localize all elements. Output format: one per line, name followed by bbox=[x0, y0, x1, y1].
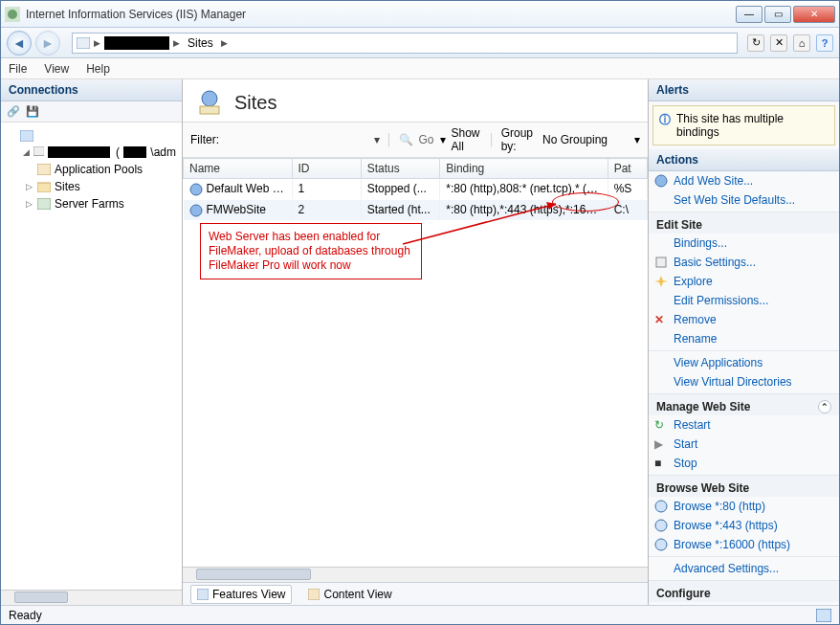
action-stop[interactable]: ■Stop bbox=[649, 454, 839, 473]
chevron-right-icon: ▶ bbox=[94, 38, 100, 48]
group-edit-site: Edit Site bbox=[649, 212, 839, 234]
action-advanced[interactable]: Advanced Settings... bbox=[649, 559, 839, 578]
connections-hscroll[interactable] bbox=[1, 590, 182, 605]
actions-list: Add Web Site... Set Web Site Defaults...… bbox=[649, 171, 839, 605]
tree-expand-icon[interactable]: ▷ bbox=[24, 182, 33, 191]
action-browse-443[interactable]: Browse *:443 (https) bbox=[649, 516, 839, 535]
action-remove[interactable]: ✕Remove bbox=[649, 310, 839, 329]
action-limits[interactable]: Limits... bbox=[649, 602, 839, 605]
action-browse-80[interactable]: Browse *:80 (http) bbox=[649, 497, 839, 516]
iis-icon bbox=[5, 7, 20, 22]
action-set-defaults[interactable]: Set Web Site Defaults... bbox=[649, 190, 839, 210]
col-binding[interactable]: Binding bbox=[440, 159, 608, 179]
tree-sites[interactable]: ▷ Sites bbox=[3, 178, 180, 195]
action-start[interactable]: ▶Start bbox=[649, 435, 839, 454]
status-bar: Ready bbox=[1, 605, 839, 624]
menu-help[interactable]: Help bbox=[86, 62, 110, 76]
close-button[interactable]: ✕ bbox=[793, 6, 835, 23]
sites-grid: Name ID Status Binding Pat Default Web S… bbox=[183, 158, 648, 567]
svg-point-20 bbox=[655, 539, 667, 550]
svg-rect-14 bbox=[197, 589, 209, 600]
tree-server-node[interactable]: ◢ (\adm bbox=[3, 144, 180, 161]
server-name-redacted bbox=[48, 146, 110, 158]
info-icon: ⓘ bbox=[659, 112, 671, 139]
breadcrumb-sites[interactable]: Sites bbox=[184, 36, 217, 50]
action-bindings[interactable]: Bindings... bbox=[649, 234, 839, 253]
home-button[interactable]: ⌂ bbox=[793, 34, 810, 52]
connections-tree: ◢ (\adm Application Pools ▷ Sites ▷ Serv… bbox=[1, 123, 182, 590]
svg-rect-7 bbox=[37, 198, 51, 210]
forward-button[interactable]: ► bbox=[35, 31, 60, 56]
tree-server-farms[interactable]: ▷ Server Farms bbox=[3, 195, 180, 212]
grid-hscroll[interactable] bbox=[183, 567, 648, 582]
refresh-button[interactable]: ↻ bbox=[747, 34, 764, 52]
page-title: Sites bbox=[234, 92, 276, 114]
col-path[interactable]: Pat bbox=[608, 159, 647, 179]
cell-name: Default Web Site bbox=[207, 182, 293, 195]
filter-input[interactable] bbox=[225, 133, 368, 146]
address-bar[interactable]: ▶ ▶ Sites ▶ bbox=[72, 33, 738, 54]
group-by-dropdown[interactable]: ▾ bbox=[634, 133, 640, 146]
features-icon bbox=[197, 589, 209, 600]
tab-features-view[interactable]: Features View bbox=[190, 585, 292, 604]
menu-view[interactable]: View bbox=[44, 62, 69, 76]
collapse-icon[interactable]: ⌃ bbox=[818, 400, 831, 413]
go-button[interactable]: Go bbox=[419, 133, 434, 146]
filter-dropdown[interactable]: ▾ bbox=[374, 133, 380, 146]
group-by-value[interactable]: No Grouping bbox=[542, 133, 629, 146]
tree-start-page[interactable] bbox=[3, 128, 180, 144]
tab-content-label: Content View bbox=[323, 588, 391, 601]
group-configure: Configure bbox=[649, 580, 839, 602]
action-basic-settings[interactable]: Basic Settings... bbox=[649, 253, 839, 272]
go-icon: 🔍 bbox=[399, 133, 413, 146]
action-edit-permissions[interactable]: Edit Permissions... bbox=[649, 291, 839, 310]
action-restart[interactable]: ↻Restart bbox=[649, 415, 839, 435]
remove-icon: ✕ bbox=[654, 313, 668, 326]
cell-id: 2 bbox=[292, 199, 361, 220]
status-mode-icon bbox=[816, 609, 831, 622]
action-rename[interactable]: Rename bbox=[649, 329, 839, 348]
tree-app-pools[interactable]: Application Pools bbox=[3, 161, 180, 178]
svg-point-1 bbox=[8, 10, 17, 19]
back-button[interactable]: ◄ bbox=[7, 31, 32, 56]
annotation-box: Web Server has been enabled for FileMake… bbox=[200, 223, 422, 279]
tree-expand-icon[interactable]: ◢ bbox=[22, 147, 30, 157]
svg-point-18 bbox=[655, 501, 667, 512]
col-id[interactable]: ID bbox=[292, 159, 361, 179]
svg-point-16 bbox=[655, 175, 667, 187]
help-button[interactable]: ? bbox=[816, 34, 833, 52]
col-status[interactable]: Status bbox=[361, 159, 440, 179]
action-view-vdirs[interactable]: View Virtual Directories bbox=[649, 372, 839, 391]
cell-id: 1 bbox=[292, 179, 361, 200]
tree-app-pools-label: Application Pools bbox=[55, 163, 143, 176]
save-icon[interactable]: 💾 bbox=[26, 105, 39, 118]
tab-features-label: Features View bbox=[212, 588, 285, 601]
action-view-apps[interactable]: View Applications bbox=[649, 353, 839, 372]
browse-icon bbox=[654, 519, 668, 532]
maximize-button[interactable]: ▭ bbox=[764, 6, 791, 23]
server-name-redacted bbox=[104, 36, 169, 50]
actions-header: Actions bbox=[649, 149, 839, 171]
action-explore[interactable]: Explore bbox=[649, 272, 839, 291]
restart-icon: ↻ bbox=[654, 418, 668, 432]
tree-expand-icon[interactable]: ▷ bbox=[24, 199, 33, 209]
show-all-button[interactable]: Show All bbox=[452, 126, 483, 153]
view-tabs: Features View Content View bbox=[183, 582, 648, 605]
svg-rect-21 bbox=[816, 609, 831, 622]
action-browse-16000[interactable]: Browse *:16000 (https) bbox=[649, 535, 839, 554]
menu-file[interactable]: File bbox=[9, 62, 27, 76]
alerts-header: Alerts bbox=[649, 79, 839, 101]
annotation-text: Web Server has been enabled for FileMake… bbox=[209, 230, 410, 272]
col-name[interactable]: Name bbox=[184, 159, 293, 179]
action-add-site[interactable]: Add Web Site... bbox=[649, 171, 839, 190]
stop-button[interactable]: ✕ bbox=[770, 34, 787, 52]
browse-icon bbox=[654, 500, 668, 513]
minimize-button[interactable]: — bbox=[736, 6, 763, 23]
server-icon bbox=[77, 37, 90, 49]
folder-icon bbox=[37, 181, 51, 192]
tab-content-view[interactable]: Content View bbox=[301, 585, 398, 604]
tree-server-suffix: \adm bbox=[150, 145, 176, 159]
globe-icon bbox=[189, 183, 203, 196]
connect-icon[interactable]: 🔗 bbox=[7, 105, 20, 118]
svg-rect-5 bbox=[37, 164, 51, 175]
